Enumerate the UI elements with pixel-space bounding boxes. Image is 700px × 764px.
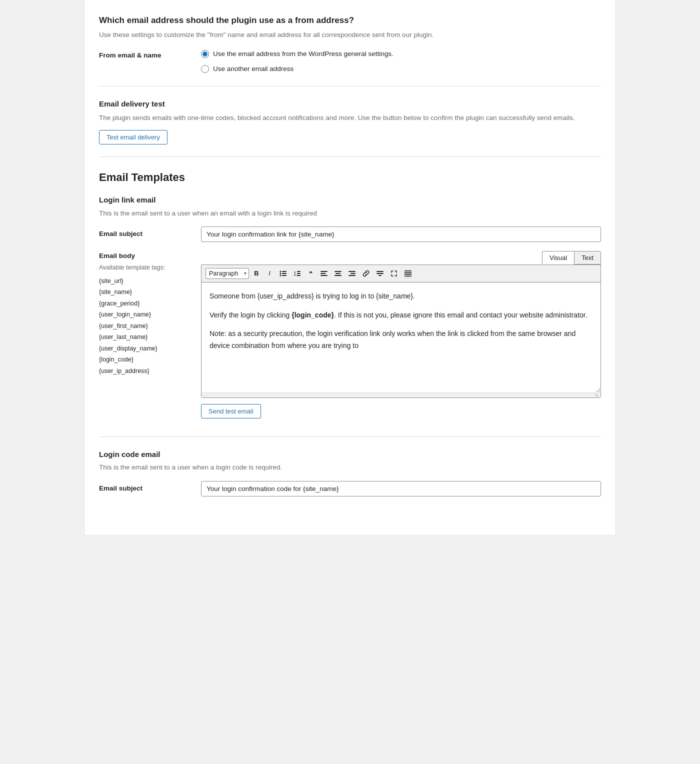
toolbar-fullscreen-button[interactable]	[388, 268, 400, 278]
toolbar-table-button[interactable]	[402, 268, 414, 278]
editor-paragraph-1: Someone from {user_ip_address} is trying…	[210, 290, 592, 302]
svg-rect-8	[297, 273, 300, 274]
tag-grace-period: {grace_period}	[99, 298, 189, 310]
tag-user-login-name: {user_login_name}	[99, 309, 189, 320]
svg-point-0	[280, 270, 282, 272]
login-code-subject-label: Email subject	[99, 484, 189, 494]
editor-container: Paragraph Heading 1 Heading 2 Heading 3 …	[201, 264, 601, 398]
svg-rect-21	[378, 275, 382, 276]
toolbar-blockquote-button[interactable]: ❝	[305, 268, 316, 278]
email-subject-label: Email subject	[99, 229, 189, 239]
svg-rect-12	[320, 275, 328, 276]
delivery-test-title: Email delivery test	[99, 98, 601, 110]
svg-rect-9	[297, 275, 300, 276]
divider-3	[99, 436, 601, 437]
radio-option-wordpress[interactable]: Use the email address from the WordPress…	[201, 49, 394, 59]
login-code-subject-row: Email subject	[99, 481, 601, 496]
toolbar-align-left-button[interactable]	[318, 268, 330, 278]
resize-icon: ⤡	[594, 392, 598, 399]
svg-rect-10	[320, 271, 328, 272]
radio-option-wordpress-label: Use the email address from the WordPress…	[213, 49, 394, 59]
svg-rect-13	[334, 271, 342, 272]
toolbar-ul-button[interactable]	[277, 268, 289, 278]
svg-rect-20	[376, 273, 384, 274]
svg-rect-22	[405, 270, 411, 276]
svg-rect-11	[320, 273, 326, 274]
from-email-label: From email & name	[99, 49, 189, 60]
toolbar-align-center-button[interactable]	[332, 268, 344, 278]
email-subject-row: Email subject	[99, 226, 601, 242]
from-email-question: Which email address should the plugin us…	[99, 14, 601, 27]
tag-site-name: {site_name}	[99, 286, 189, 298]
tag-user-first-name: {user_first_name}	[99, 320, 189, 332]
radio-option-another-label: Use another email address	[213, 64, 294, 74]
tab-text[interactable]: Text	[574, 251, 601, 264]
send-test-email-button[interactable]: Send test email	[201, 404, 261, 418]
svg-rect-19	[376, 271, 384, 272]
divider-2	[99, 156, 601, 157]
svg-rect-17	[350, 273, 356, 274]
toolbar-format-select[interactable]: Paragraph Heading 1 Heading 2 Heading 3	[206, 268, 249, 279]
login-link-email-block: Login link email This is the email sent …	[99, 194, 601, 418]
template-tags: {site_url} {site_name} {grace_period} {u…	[99, 276, 189, 377]
from-email-field-row: From email & name Use the email address …	[99, 49, 601, 74]
svg-rect-15	[334, 275, 342, 276]
svg-point-2	[280, 272, 282, 274]
editor-paragraph-3: Note: as a security precaution, the logi…	[210, 328, 592, 352]
svg-rect-5	[282, 275, 286, 276]
from-email-desc: Use these settings to customize the "fro…	[99, 30, 601, 40]
toolbar-ol-button[interactable]: 1.	[291, 268, 303, 278]
svg-rect-3	[282, 273, 286, 274]
tag-user-last-name: {user_last_name}	[99, 332, 189, 343]
toolbar-horizontal-rule-button[interactable]	[374, 268, 386, 278]
editor-wrap: Visual Text Paragraph Heading 1 Heading …	[201, 251, 601, 418]
template-tags-title: Available template tags:	[99, 263, 189, 272]
email-body-left: Email body Available template tags: {sit…	[99, 251, 189, 377]
test-email-delivery-button[interactable]: Test email delivery	[99, 130, 168, 144]
email-templates-title: Email Templates	[99, 169, 601, 186]
toolbar-format-select-wrap[interactable]: Paragraph Heading 1 Heading 2 Heading 3	[206, 268, 249, 279]
svg-rect-7	[297, 271, 300, 272]
from-email-radio-group: Use the email address from the WordPress…	[201, 49, 394, 74]
email-body-section: Email body Available template tags: {sit…	[99, 251, 601, 418]
login-code-desc: This is the email sent to a user when a …	[99, 462, 601, 472]
toolbar-link-button[interactable]	[360, 268, 372, 278]
editor-paragraph-2: Verify the login by clicking {login_code…	[210, 310, 592, 322]
toolbar-italic-button[interactable]: I	[264, 268, 275, 278]
email-body-label: Email body	[99, 251, 189, 261]
editor-body[interactable]: Someone from {user_ip_address} is trying…	[202, 282, 600, 392]
tag-user-ip-address: {user_ip_address}	[99, 366, 189, 377]
tag-user-display-name: {user_display_name}	[99, 343, 189, 354]
login-code-email-block: Login code email This is the email sent …	[99, 449, 601, 496]
email-templates-section: Email Templates Login link email This is…	[99, 169, 601, 496]
tag-site-url: {site_url}	[99, 276, 189, 287]
login-link-title: Login link email	[99, 194, 601, 206]
login-link-desc: This is the email sent to a user when an…	[99, 208, 601, 218]
svg-point-4	[280, 274, 282, 276]
delivery-test-desc: The plugin sends emails with one-time co…	[99, 113, 601, 123]
tag-login-code: {login_code}	[99, 354, 189, 366]
editor-resize-handle: ⤡	[202, 392, 600, 398]
tab-visual[interactable]: Visual	[542, 251, 574, 264]
editor-toolbar: Paragraph Heading 1 Heading 2 Heading 3 …	[202, 265, 600, 282]
svg-rect-1	[282, 271, 286, 272]
from-email-section: Which email address should the plugin us…	[99, 14, 601, 74]
svg-rect-18	[348, 275, 356, 276]
svg-rect-16	[348, 271, 356, 272]
radio-option-another[interactable]: Use another email address	[201, 64, 394, 74]
toolbar-align-right-button[interactable]	[346, 268, 358, 278]
radio-another[interactable]	[201, 65, 209, 73]
login-code-subject-input[interactable]	[201, 481, 601, 496]
email-subject-input[interactable]	[201, 226, 601, 242]
radio-wordpress[interactable]	[201, 50, 209, 58]
editor-tabs: Visual Text	[201, 251, 601, 264]
divider-1	[99, 86, 601, 86]
login-code-title: Login code email	[99, 449, 601, 460]
svg-rect-14	[336, 273, 340, 274]
toolbar-bold-button[interactable]: B	[251, 268, 262, 278]
delivery-test-section: Email delivery test The plugin sends ema…	[99, 98, 601, 144]
